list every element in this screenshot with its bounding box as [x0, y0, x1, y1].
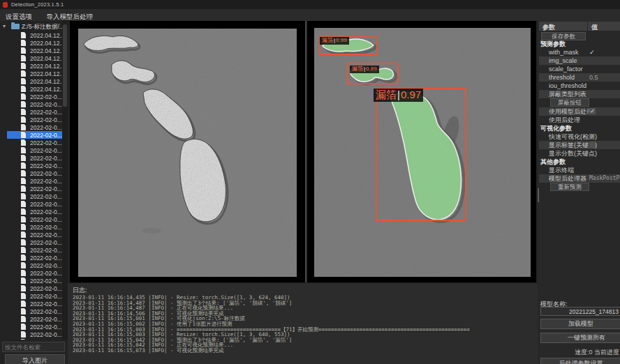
file-icon [21, 324, 26, 330]
param-header-value: 值 [588, 22, 620, 31]
tree-file-item[interactable]: 2022-02-0... [7, 231, 62, 238]
tree-file-item[interactable]: 2022.04.12... [7, 47, 62, 54]
tree-file-item[interactable]: 2022-02-0... [7, 146, 62, 154]
file-icon [21, 78, 26, 84]
param-row[interactable]: iou_threshold [539, 82, 620, 90]
tree-file-label: 2022-02-0... [30, 139, 62, 146]
param-row[interactable]: 显示标签(关键点) [539, 141, 620, 149]
tree-file-item[interactable]: 2022-02-0... [7, 308, 62, 315]
param-button-row: 屏蔽按钮 [539, 98, 620, 107]
file-icon [21, 63, 26, 69]
tree-file-item[interactable]: 2022-02-0... [7, 100, 62, 108]
tree-file-item[interactable]: 2022.04.12... [7, 77, 62, 85]
param-row[interactable]: 显示分数(关键点) [539, 149, 620, 158]
file-icon [21, 178, 26, 184]
param-row[interactable]: 使用后处理 [539, 116, 620, 124]
params-scrollbar-thumb[interactable] [538, 188, 539, 202]
tree-scrollbar-thumb[interactable] [63, 24, 67, 107]
param-section-header: 预测参数 [539, 40, 620, 48]
tree-file-item[interactable]: 2022-02-0... [7, 131, 62, 139]
tree-file-item[interactable]: 2022-02-0... [7, 323, 62, 331]
param-row[interactable]: 屏蔽类型列表 [539, 90, 620, 98]
file-icon [21, 86, 26, 92]
param-row[interactable]: 模型后处理器MaskPostPro [539, 174, 620, 183]
chevron-down-icon[interactable]: ▾ [3, 23, 6, 29]
tree-file-item[interactable]: 2022-02-0... [7, 139, 62, 146]
log-title: 日志: [73, 286, 87, 295]
tree-file-label: 2022-02-0... [30, 308, 62, 315]
tree-file-item[interactable]: 2022-02-0... [7, 123, 62, 131]
param-row[interactable]: 使用模型后处理✓ [539, 107, 620, 116]
source-image-panel[interactable] [70, 21, 305, 282]
tree-file-item[interactable]: 2022.04.12... [7, 54, 62, 62]
tree-file-label: 2022-02-0... [30, 255, 62, 261]
tree-file-item[interactable]: 2022-02-0... [7, 200, 62, 208]
tree-file-item[interactable]: 2022-02-0... [7, 162, 62, 169]
param-action-button[interactable]: 屏蔽按钮 [550, 98, 589, 107]
tree-file-item[interactable]: 2022-02-0... [7, 185, 62, 192]
param-checkbox[interactable] [589, 142, 596, 148]
param-section-header: 可视化参数 [539, 124, 620, 132]
tree-file-item[interactable]: 2022-02-0... [7, 300, 62, 308]
tree-file-item[interactable]: 2022.04.12... [7, 70, 62, 77]
param-row[interactable]: scale_factor [539, 65, 620, 73]
tree-file-label: 2022-02-0... [30, 293, 62, 300]
panel-splitter[interactable] [305, 21, 307, 288]
tree-file-item[interactable]: 2022.04.12... [7, 62, 62, 70]
tree-file-item[interactable]: 2022-02-0... [7, 215, 62, 223]
tree-file-label: 2022-02-0... [30, 208, 62, 215]
filename-search-input[interactable] [2, 342, 65, 352]
tree-file-item[interactable]: 2022-02-0... [7, 331, 62, 338]
tree-file-item[interactable]: 2022-02-0... [7, 154, 62, 162]
tree-file-label: 2022-02-0... [30, 285, 62, 292]
param-row[interactable]: 显示终端 [539, 166, 620, 174]
tree-file-item[interactable]: 2022-02-0... [7, 192, 62, 200]
predict-all-button[interactable]: 一键预测所有 [540, 333, 620, 343]
prediction-image-panel[interactable]: 漏箔|0.99漏箔|0.89漏箔|0.97 [307, 21, 536, 282]
tree-file-item[interactable]: 2022-02-0... [7, 223, 62, 231]
file-icon [21, 70, 26, 77]
tree-file-label: 2022-02-0... [30, 162, 62, 169]
tree-file-item[interactable]: 2022-02-0... [7, 254, 62, 261]
param-label: 显示终端 [539, 167, 574, 174]
tree-file-item[interactable]: 2022-02-0... [7, 208, 62, 215]
progress-text: 速度:0 当前进度 [540, 348, 619, 357]
file-icon [21, 216, 26, 222]
tree-file-item[interactable]: 2022-02-0... [7, 269, 62, 277]
tree-file-item[interactable]: 2022-02-0... [7, 315, 62, 323]
tree-file-item[interactable]: 2022-02-0... [7, 169, 62, 177]
tree-file-label: 2022-02-0... [30, 101, 62, 108]
detection-class-name: 漏箔 [322, 37, 333, 43]
param-row[interactable]: with_mask✓ [539, 48, 620, 56]
detection-score: 0.97 [401, 89, 421, 100]
param-checkbox[interactable]: ✓ [589, 108, 596, 114]
tree-scrollbar[interactable] [62, 21, 68, 340]
param-row[interactable]: threshold0.5 [539, 73, 620, 82]
param-label: 显示分数(关键点) [539, 150, 597, 157]
tree-file-item[interactable]: 2022-02-0... [7, 108, 62, 116]
tree-file-item[interactable]: 2022-02-0... [7, 116, 62, 123]
tree-file-label: 2022-02-0... [30, 109, 62, 116]
tree-file-item[interactable]: 2022.04.12... [7, 85, 62, 93]
tree-file-item[interactable]: 2022.04.12... [7, 39, 62, 47]
tree-file-item[interactable]: 2022.04.12... [7, 31, 62, 39]
tree-file-item[interactable]: 2022-02-0 [7, 338, 62, 340]
tree-file-item[interactable]: 2022-02-0... [7, 277, 62, 285]
tree-file-item[interactable]: 2022-02-0... [7, 285, 62, 292]
param-header-name: 参数 [539, 22, 587, 31]
param-row[interactable]: img_scale [539, 56, 620, 65]
tree-file-item[interactable]: 2022-02-0... [7, 292, 62, 300]
import-images-button[interactable]: 导入图片 [5, 354, 65, 364]
tree-file-label: 2022-02-0... [30, 224, 62, 231]
param-row[interactable]: 快速可视化(检测) [539, 132, 620, 141]
tree-file-item[interactable]: 2022-02-0... [7, 177, 62, 185]
tree-file-item[interactable]: 2022-02-0... [7, 246, 62, 254]
tree-file-label: 2022-02-0... [30, 216, 62, 223]
load-model-button[interactable]: 加载模型 [540, 319, 620, 329]
tree-file-item[interactable]: 2022-02-0... [7, 238, 62, 246]
param-action-button[interactable]: 重新预测 [550, 183, 589, 191]
model-name-field[interactable] [540, 307, 620, 316]
tree-file-item[interactable]: 2022-02-0... [7, 261, 62, 269]
postprocess-settings-button[interactable]: 后处理参数设置 [540, 358, 620, 364]
tree-file-item[interactable]: 2022-02-0... [7, 93, 62, 100]
